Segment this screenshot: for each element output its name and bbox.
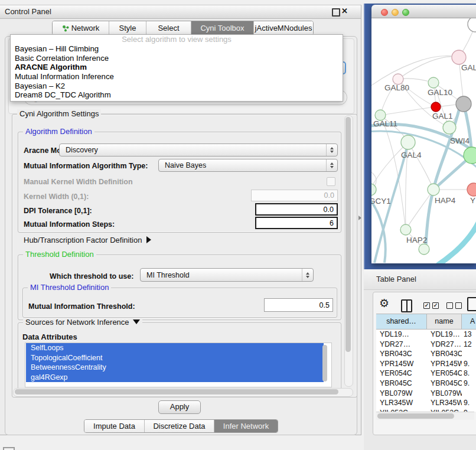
mi-steps-label: Mutual Information Steps: — [24, 220, 115, 229]
table-row[interactable]: YDL19…YDL19…13 — [376, 330, 476, 340]
dpi-tolerance-field[interactable] — [255, 203, 338, 216]
table-cell: YBL079W — [376, 389, 427, 399]
table-cell — [462, 389, 476, 399]
table-row[interactable]: YBR045CYBR045C9. — [376, 379, 476, 389]
table-hscrollbar-thumb[interactable] — [377, 413, 454, 419]
table-row[interactable]: YBL079WYBL079W — [376, 389, 476, 399]
network-node-hap2[interactable] — [400, 224, 411, 235]
network-canvas[interactable]: GALGAL80GAL10GAL1GAL11SWI4GAL4GCY1HAP4YH… — [371, 18, 476, 263]
checkbox-unchecked-pair-icon[interactable] — [446, 302, 462, 309]
dropdown-item-aracne-algorithm[interactable]: ARACNE Algorithm — [11, 63, 343, 72]
network-node-y[interactable] — [467, 183, 476, 196]
network-node-swi4[interactable] — [443, 121, 456, 134]
close-window-icon[interactable]: ✕ — [341, 6, 348, 15]
network-node-hap4[interactable] — [428, 184, 439, 195]
table-row[interactable]: YER054CYER054C8. — [376, 369, 476, 379]
network-node-gal10[interactable] — [428, 77, 439, 88]
bottom-tab-impute-data[interactable]: Impute Data — [84, 420, 145, 432]
network-node-gal[interactable] — [452, 50, 466, 64]
table-row[interactable]: YBR043CYBR043C — [376, 349, 476, 359]
column-header-a[interactable]: A — [462, 314, 476, 329]
table-row[interactable]: YLR345WYLR345W9. — [376, 398, 476, 408]
table-row[interactable]: YPR145WYPR145W9. — [376, 359, 476, 369]
bottom-tab-discretize-data[interactable]: Discretize Data — [145, 420, 214, 432]
control-panel-window: Control Panel ✕ NetworkStyleSelectCyni T… — [0, 5, 361, 435]
bottom-tab-infer-network[interactable]: Infer Network — [214, 420, 278, 432]
settings-vscrollbar-thumb[interactable] — [345, 117, 351, 352]
column-header-shared[interactable]: shared… — [376, 314, 427, 329]
table-cell: YDR27… — [427, 340, 462, 350]
tab-select[interactable]: Select — [146, 21, 191, 35]
attribute-item-topologicalcoefficient[interactable]: TopologicalCoefficient — [26, 353, 324, 363]
node-label: GCY1 — [371, 197, 391, 206]
attribute-item-gal4rgexp[interactable]: gal4RGexp — [26, 373, 324, 383]
node-label: GAL10 — [428, 88, 452, 97]
mi-type-select[interactable]: Naive Bayes — [158, 159, 338, 172]
which-threshold-select[interactable]: MI Threshold — [140, 268, 314, 282]
float-window-icon[interactable] — [332, 8, 340, 17]
attribute-item-betweennesscentrality[interactable]: BetweennessCentrality — [26, 363, 324, 373]
table-cell: YER054C — [376, 369, 427, 379]
list-scrollbar-thumb[interactable] — [322, 345, 327, 381]
mi-steps-field[interactable] — [255, 217, 338, 229]
control-panel-tab-strip: NetworkStyleSelectCyni ToolboxjActiveMNo… — [52, 21, 314, 35]
network-graph: GALGAL80GAL10GAL1GAL11SWI4GAL4GCY1HAP4YH… — [371, 18, 476, 263]
dropdown-item-dream8-dc-tdc-algorithm[interactable]: Dream8 DC_TDC Algorithm — [11, 90, 343, 100]
network-node-gal4[interactable] — [401, 135, 415, 149]
panel-splitter-handle[interactable] — [358, 216, 361, 220]
mi-threshold-field[interactable] — [264, 298, 333, 312]
table-cell: 13 — [462, 330, 476, 340]
close-traffic-light[interactable] — [381, 9, 388, 16]
apply-button[interactable]: Apply — [158, 400, 201, 414]
node-label: HAP4 — [435, 196, 456, 205]
hub-definition-expander[interactable]: Hub/Transcription Factor Definition — [24, 236, 151, 244]
manual-kernel-checkbox[interactable] — [327, 177, 335, 186]
settings-vscrollbar[interactable] — [344, 115, 353, 387]
expand-right-icon — [146, 236, 151, 243]
network-node[interactable] — [468, 18, 476, 32]
settings-group-title: Cyni Algorithm Settings — [17, 109, 101, 118]
combo-arrows-icon — [302, 269, 313, 281]
attribute-item-selfloops[interactable]: SelfLoops — [26, 343, 324, 353]
data-attributes-list[interactable]: SelfLoopsTopologicalCoefficientBetweenne… — [25, 343, 332, 387]
settings-hscrollbar-thumb[interactable] — [15, 389, 338, 394]
collapsed-panel-widget[interactable] — [3, 447, 15, 450]
dropdown-item-basic-correlation-inference[interactable]: Basic Correlation Inference — [11, 54, 343, 63]
tab-network[interactable]: Network — [53, 21, 109, 35]
network-node-gal1[interactable] — [431, 102, 441, 112]
table-cell: 12 — [462, 340, 476, 350]
table-row[interactable]: YDR27…YDR27…12 — [376, 340, 476, 350]
aracne-mode-select[interactable]: Discovery — [59, 144, 338, 156]
kernel-width-field[interactable] — [251, 190, 338, 201]
window-title: Control Panel — [5, 7, 51, 16]
gear-icon[interactable]: ⚙ — [379, 296, 389, 310]
settings-hscrollbar[interactable] — [13, 388, 353, 397]
dropdown-item-bayesian-hill-climbing[interactable]: Bayesian – Hill Climbing — [11, 44, 343, 54]
tab-jactivemnodules[interactable]: jActiveMNodules — [254, 21, 313, 35]
tab-style[interactable]: Style — [109, 21, 146, 35]
zoom-traffic-light[interactable] — [402, 9, 409, 16]
columns-icon[interactable] — [401, 299, 412, 312]
network-node-gcy1[interactable] — [371, 184, 376, 195]
network-window-titlebar[interactable] — [371, 5, 476, 18]
column-header-name[interactable]: name — [427, 314, 462, 329]
network-node[interactable] — [456, 96, 471, 112]
algorithm-definition-title: Algorithm Definition — [23, 127, 94, 136]
mi-threshold-label: Mutual Information Threshold: — [28, 302, 135, 311]
sources-title[interactable]: Sources for Network Inference — [23, 318, 142, 327]
dropdown-item-mutual-information-inference[interactable]: Mutual Information Inference — [11, 72, 343, 81]
checkbox-checked-pair-icon[interactable]: ✓✓ — [423, 302, 439, 309]
table-hscrollbar[interactable] — [376, 412, 474, 420]
table-cell — [462, 349, 476, 359]
table-cell: YDL19… — [427, 330, 462, 340]
unchecked-box-icon — [446, 302, 453, 309]
table-cell: YDL19… — [376, 330, 427, 340]
dropdown-item-bayesian-k2[interactable]: Bayesian – K2 — [11, 81, 343, 91]
document-icon[interactable] — [467, 297, 476, 311]
network-node[interactable] — [464, 147, 476, 164]
minimize-traffic-light[interactable] — [392, 9, 399, 16]
network-node[interactable] — [419, 244, 429, 255]
tab-cyni-toolbox[interactable]: Cyni Toolbox — [191, 21, 254, 35]
table-cell: YBR045C — [427, 379, 462, 389]
table-panel-title: Table Panel — [376, 275, 416, 283]
